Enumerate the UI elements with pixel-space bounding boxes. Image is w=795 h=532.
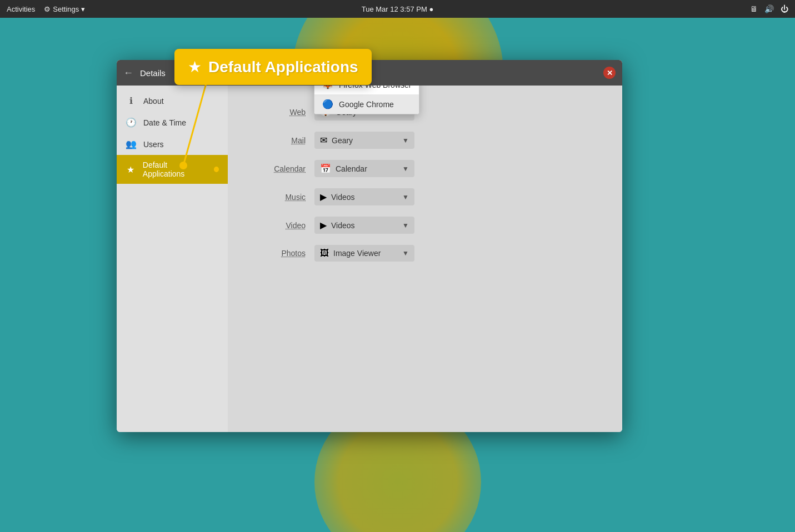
activities-button[interactable]: Activities <box>7 5 35 13</box>
mail-app-name: Geary <box>332 136 398 145</box>
video-dropdown-arrow: ▼ <box>402 222 409 229</box>
calendar-app-name: Calendar <box>336 164 398 173</box>
web-dropdown-popup: 🦊 Firefox Web Browser 🔵 Google Chrome <box>314 86 419 114</box>
video-dropdown[interactable]: ▶ Videos ▼ <box>314 217 414 234</box>
svg-point-1 <box>179 162 187 169</box>
music-app-name: Videos <box>331 193 398 202</box>
mail-label: Mail <box>250 136 306 145</box>
video-app-icon: ▶ <box>320 220 327 230</box>
screen-icon[interactable]: 🖥 <box>750 4 758 13</box>
music-dropdown[interactable]: ▶ Videos ▼ <box>314 188 414 205</box>
chrome-icon: 🔵 <box>322 99 333 109</box>
settings-gear-icon: ⚙ <box>44 5 51 13</box>
sound-icon[interactable]: 🔊 <box>764 4 774 13</box>
callout-title: Default Applications <box>208 58 358 76</box>
calendar-dropdown-arrow: ▼ <box>402 165 409 173</box>
default-apps-icon: ★ <box>126 164 136 175</box>
chrome-option[interactable]: 🔵 Google Chrome <box>314 94 419 114</box>
calendar-dropdown[interactable]: 📅 Calendar ▼ <box>314 160 414 177</box>
firefox-icon: 🦊 <box>322 86 333 90</box>
settings-arrow-icon: ▾ <box>81 5 85 13</box>
topbar-right: 🖥 🔊 ⏻ <box>750 4 788 13</box>
photos-label: Photos <box>250 249 306 258</box>
datetime-icon: 🕐 <box>126 117 137 128</box>
about-icon: ℹ <box>126 96 137 106</box>
mail-dropdown[interactable]: ✉ Geary ▼ <box>314 132 414 149</box>
chrome-label: Google Chrome <box>339 100 394 109</box>
sidebar-about-label: About <box>143 97 164 106</box>
calendar-app-icon: 📅 <box>320 163 331 174</box>
photos-dropdown-arrow: ▼ <box>402 249 409 257</box>
firefox-option[interactable]: 🦊 Firefox Web Browser <box>314 86 419 94</box>
music-dropdown-arrow: ▼ <box>402 193 409 201</box>
settings-label: Settings <box>53 5 79 13</box>
settings-menu[interactable]: ⚙ Settings ▾ <box>44 5 85 13</box>
calendar-row: Calendar 📅 Calendar ▼ <box>250 160 600 177</box>
photos-row: Photos 🖼 Image Viewer ▼ <box>250 245 600 262</box>
callout-star-icon: ★ <box>188 58 202 76</box>
music-row: Music ▶ Videos ▼ <box>250 188 600 205</box>
web-row: Web 🦊 Geary ▼ <box>250 103 600 121</box>
video-label: Video <box>250 221 306 230</box>
mail-app-icon: ✉ <box>320 135 327 145</box>
callout-box: ★ Default Applications <box>174 49 372 85</box>
music-app-icon: ▶ <box>320 192 327 202</box>
power-icon[interactable]: ⏻ <box>781 4 788 13</box>
close-button[interactable]: ✕ <box>603 67 616 79</box>
firefox-label: Firefox Web Browser <box>339 86 411 89</box>
photos-dropdown[interactable]: 🖼 Image Viewer ▼ <box>314 245 414 262</box>
photos-app-name: Image Viewer <box>333 249 398 258</box>
calendar-label: Calendar <box>250 164 306 173</box>
photos-app-icon: 🖼 <box>320 248 329 258</box>
topbar: Activities ⚙ Settings ▾ Tue Mar 12 3:57 … <box>0 0 795 18</box>
main-settings-area: Web 🦊 Geary ▼ Mail ✉ Geary ▼ Calendar <box>228 86 622 432</box>
topbar-datetime: Tue Mar 12 3:57 PM ● <box>362 5 434 13</box>
web-label: Web <box>250 108 306 117</box>
mail-dropdown-arrow: ▼ <box>402 137 409 144</box>
mail-row: Mail ✉ Geary ▼ <box>250 132 600 149</box>
video-app-name: Videos <box>331 221 398 230</box>
users-icon: 👥 <box>126 139 137 149</box>
topbar-left: Activities ⚙ Settings ▾ <box>7 5 85 13</box>
music-label: Music <box>250 193 306 202</box>
sidebar-users-label: Users <box>143 140 164 149</box>
back-button[interactable]: ← <box>123 67 133 79</box>
video-row: Video ▶ Videos ▼ <box>250 217 600 234</box>
